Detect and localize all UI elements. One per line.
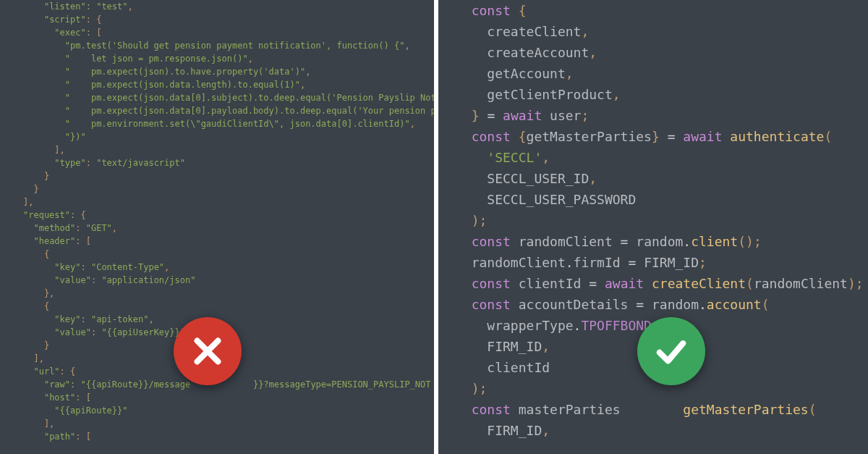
code-token: = [589,276,597,291]
code-token [511,297,519,312]
code-token: TPOFFBOND [581,318,652,333]
code-token: : { [86,14,102,25]
code-token: (); [738,234,762,249]
code-token: , [148,314,153,324]
code-token: }, [23,288,54,298]
code-token [581,276,589,291]
code-token: : { [70,210,86,220]
code-token: "exec" [54,28,85,38]
code-token: createClient [487,24,581,39]
code-token: "{{apiRoute}}" [54,405,127,416]
code-token [23,28,54,38]
code-token: , [410,119,415,129]
code-token: ); [472,213,488,228]
code-token [456,45,487,60]
code-token [456,24,487,39]
code-token: " pm.expect(json.data[0].payload.body).t… [65,106,434,116]
code-token: { [23,301,49,311]
code-token: { [519,129,527,144]
code-token [456,255,472,270]
code-token: ; [699,255,707,270]
code-token [456,276,472,291]
code-token [644,276,652,291]
code-token [456,339,487,354]
code-token [675,129,683,144]
code-token: : [91,327,101,337]
code-token: = [621,234,629,249]
code-token: "script" [44,14,86,25]
code-token: }}?messageType=PENSION_PAYSLIP_NOT [253,379,431,390]
code-token: random [636,234,683,249]
code-token: "})" [65,132,86,142]
code-token: . [683,234,691,249]
code-token: account [707,297,762,312]
code-token: accountDetails [519,297,629,312]
code-token: } [472,108,480,123]
code-token: const [472,234,511,249]
bad-badge [174,317,242,385]
code-token [23,236,33,246]
code-token: SECCL_USER_PASSWORD [487,192,636,207]
code-token [628,297,636,312]
code-token: , [112,223,117,233]
code-token: , [305,67,310,77]
code-token [23,262,54,272]
code-token: ( [824,129,832,144]
code-token [456,87,487,102]
code-token [23,1,44,12]
code-token [456,213,472,228]
code-token [511,276,519,291]
code-token: : [ [75,392,91,403]
code-token: } [23,171,49,181]
code-token: firmId [574,255,621,270]
code-token: "path" [44,432,75,442]
code-token [613,234,621,249]
code-token [456,297,472,312]
code-token [23,119,65,129]
code-token: FIRM_ID [487,423,542,438]
code-token [495,108,503,123]
code-token: } [23,184,39,194]
code-token [621,402,684,417]
code-token: : [80,314,90,324]
code-token: : [ [86,28,102,38]
code-token: : [70,379,80,390]
code-token: , [589,171,597,186]
code-token [23,379,44,390]
code-token: " pm.expect(json).to.have.property('data… [65,67,305,77]
code-token: "key" [54,262,80,272]
code-token: "header" [33,236,75,246]
code-token: const [472,129,511,144]
code-token: } [652,129,660,144]
code-token [23,41,65,51]
code-token: : [86,158,96,168]
code-token: randomClient [754,276,848,291]
code-token [456,402,472,417]
code-token [456,108,472,123]
code-token [23,67,65,77]
code-token: , [542,423,550,438]
check-icon [652,332,691,371]
code-token [456,192,487,207]
code-token [456,423,487,438]
code-token [480,108,488,123]
code-token: ( [746,276,754,291]
code-token: FIRM_ID [644,255,699,270]
code-token: "test" [96,1,127,12]
code-token: createClient [652,276,746,291]
code-token [621,255,629,270]
code-token: = [636,297,644,312]
code-token: const [472,402,511,417]
code-token: randomClient [519,234,613,249]
code-token: , [404,41,409,51]
code-token [644,297,652,312]
code-token: getAccount [487,66,565,81]
code-token [456,234,472,249]
code-token: masterParties [519,402,621,417]
code-token: await [503,108,542,123]
code-token: "key" [54,314,80,324]
code-token: , [566,66,574,81]
code-token: random [652,297,699,312]
code-token [23,54,65,64]
code-token [23,132,65,142]
